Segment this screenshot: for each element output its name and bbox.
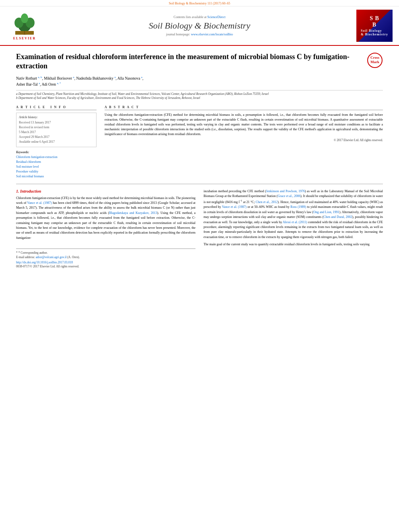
article-dates: Received 13 January 2017 Received in rev… — [19, 120, 94, 144]
keywords-label: Keywords: — [16, 150, 97, 154]
ref-vance-1987[interactable]: Vance et al. (1987) — [27, 201, 52, 205]
journal-ref-text: Soil Biology & Biochemistry 111 (2017) 6… — [169, 2, 230, 5]
keyword-1: Chloroform fumigation-extraction — [16, 155, 97, 160]
paper-title: Examination of residual chloroform inter… — [16, 52, 354, 71]
corresponding-author-note: * * Corresponding author. — [16, 251, 195, 255]
intro-paragraph-2: incubation method preceding the CFE meth… — [204, 189, 383, 247]
section-divider — [16, 184, 383, 184]
article-info-abstract-row: A R T I C L E I N F O Article history: R… — [16, 105, 383, 179]
article-info-column: A R T I C L E I N F O Article history: R… — [16, 105, 97, 179]
svg-point-4 — [21, 13, 28, 23]
journal-logo-right: S B B Soil Biology& Biochemistry — [356, 10, 393, 42]
journal-title: Soil Biology & Biochemistry — [43, 21, 356, 31]
crossmark-icon: Cross Mark — [367, 52, 383, 68]
article-info-header: A R T I C L E I N F O — [16, 105, 97, 110]
journal-reference-bar: Soil Biology & Biochemistry 111 (2017) 6… — [0, 0, 399, 6]
homepage-url[interactable]: www.elsevier.com/locate/soilbio — [191, 33, 233, 36]
email-link[interactable]: adior@volcani.agri.gov.il — [36, 255, 67, 259]
email-note: E-mail address: adior@volcani.agri.gov.i… — [16, 255, 195, 259]
affiliation-a: a Department of Soil Chemistry, Plant Nu… — [16, 92, 383, 97]
abstract-column: A B S T R A C T Using the chloroform fum… — [105, 105, 383, 179]
journal-homepage: journal homepage: www.elsevier.com/locat… — [43, 33, 356, 36]
sciencedirect-link: Contents lists available at ScienceDirec… — [43, 15, 356, 19]
doi-link[interactable]: http://dx.doi.org/10.1016/j.soilbio.2017… — [16, 261, 73, 264]
abstract-header: A B S T R A C T — [105, 105, 383, 110]
issn-line: 0038-0717/© 2017 Elsevier Ltd. All right… — [16, 265, 195, 268]
ref-blagodatskaya-2013[interactable]: Blagodatskaya and Kuzyakov, 2013 — [109, 211, 157, 215]
journal-center: Contents lists available at ScienceDirec… — [43, 15, 356, 36]
body-right-col: incubation method preceding the CFE meth… — [204, 189, 383, 268]
ref-alessi-2011[interactable]: Alessi et al. (2011) — [283, 220, 307, 224]
article-history-label: Article history: — [19, 115, 94, 119]
ref-ong-1991[interactable]: Ong and Lion, 1991 — [313, 210, 339, 214]
abstract-text: Using the chloroform fumigation-extracti… — [105, 113, 383, 137]
footnote-area: * * Corresponding author. E-mail address… — [16, 249, 195, 268]
accepted-date: Accepted 29 March 2017 — [19, 135, 94, 140]
keyword-3: Soil moisture level — [16, 164, 97, 169]
copyright-note: © 2017 Elsevier Ltd. All rights reserved… — [105, 138, 383, 142]
received-revised-date: Received in revised form — [19, 125, 94, 130]
elsevier-label: ELSEVIER — [13, 37, 36, 40]
keywords-section: Keywords: Chloroform fumigation-extracti… — [16, 150, 97, 179]
elsevier-tree-icon — [10, 12, 39, 36]
ref-grace-2006[interactable]: Grace et al., 2006 — [278, 194, 300, 198]
keyword-2: Residual chloroform — [16, 160, 97, 164]
intro-section-title: 1. Introduction — [16, 189, 195, 193]
intro-paragraph-1: Chloroform fumigation-extraction (CFE) i… — [16, 196, 195, 241]
paper-title-section: Examination of residual chloroform inter… — [16, 52, 383, 71]
received-date: Received 13 January 2017 — [19, 120, 94, 125]
received-revised-date2: 5 March 2017 — [19, 130, 94, 135]
paper-container: Examination of residual chloroform inter… — [0, 46, 399, 275]
journal-header: ELSEVIER Contents lists available at Sci… — [0, 6, 399, 46]
ref-chen-dural-2002[interactable]: Chen and Dural, 2002 — [323, 215, 352, 219]
article-info-box: Article history: Received 13 January 201… — [16, 113, 97, 147]
sciencedirect-anchor[interactable]: ScienceDirect — [208, 15, 226, 19]
ref-ross-1989[interactable]: Ross (1989) — [290, 205, 306, 209]
doi-line: http://dx.doi.org/10.1016/j.soilbio.2017… — [16, 261, 195, 264]
keywords-list: Chloroform fumigation-extraction Residua… — [16, 155, 97, 179]
ref-vance-1987b[interactable]: Vance et al. (1987) — [222, 205, 247, 209]
ref-chen-2012[interactable]: Chen et al., 2012 — [256, 200, 278, 204]
affiliations: a Department of Soil Chemistry, Plant Nu… — [16, 90, 383, 101]
elsevier-logo: ELSEVIER — [6, 12, 43, 40]
body-two-col: 1. Introduction Chloroform fumigation-ex… — [16, 189, 383, 268]
svg-text:Cross: Cross — [370, 55, 379, 60]
body-left-col: 1. Introduction Chloroform fumigation-ex… — [16, 189, 195, 268]
affiliation-b: b Department of Soil and Water Sciences,… — [16, 96, 383, 101]
ref-jenkinson-1976[interactable]: Jenkinson and Powlson, 1976 — [266, 189, 305, 193]
keyword-5: Soil microbial biomass — [16, 174, 97, 179]
svg-text:Mark: Mark — [370, 60, 379, 64]
available-date: Available online 6 April 2017 — [19, 140, 94, 144]
authors-line: Nativ Rotbart a, b, Mikhail Borisover a,… — [16, 75, 383, 88]
keyword-4: Procedure validity — [16, 169, 97, 174]
